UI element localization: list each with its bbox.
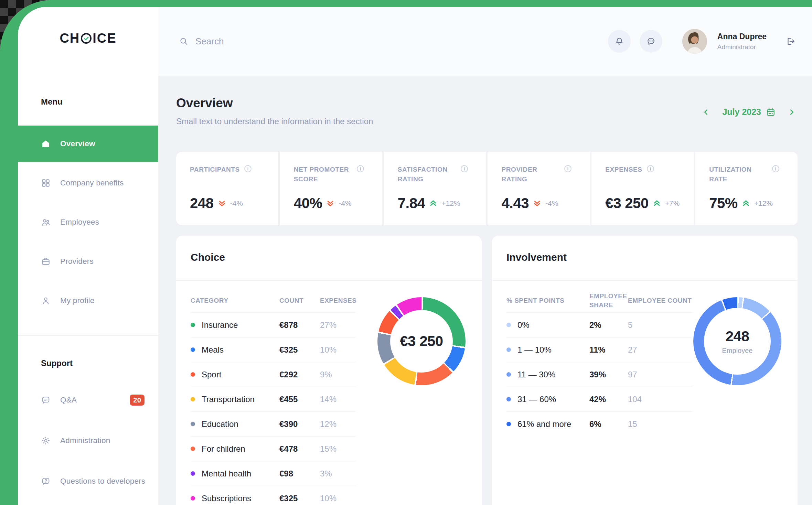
sidebar-item-employees[interactable]: Employees (18, 204, 158, 240)
row-value: €478 (279, 444, 320, 454)
row-secondary: 97 (628, 370, 692, 379)
column-header: EXPENSES (320, 296, 356, 305)
prev-month-button[interactable] (702, 108, 710, 117)
row-value: €455 (279, 395, 320, 404)
row-secondary: 5 (628, 320, 692, 330)
table-row: 0% 2% 5 (506, 312, 692, 337)
user-name: Anna Dupree (717, 32, 767, 41)
legend-dot (506, 372, 511, 377)
page-subtitle: Small text to understand the information… (176, 117, 373, 126)
table-row: Insurance €878 27% (191, 312, 356, 337)
search-bar[interactable] (179, 36, 340, 47)
row-secondary: 9% (320, 370, 356, 379)
messages-button[interactable] (640, 30, 662, 53)
avatar[interactable] (682, 29, 707, 54)
row-value: €292 (279, 370, 320, 379)
info-icon[interactable] (460, 165, 468, 173)
sidebar-item-administration[interactable]: Administration (18, 422, 158, 459)
row-label: Mental health (191, 469, 279, 479)
sidebar-item-qa[interactable]: Q&A 20 (18, 382, 158, 418)
row-value: 42% (589, 395, 628, 404)
row-label: Insurance (191, 320, 279, 330)
table-row: Subscriptions €325 10% (191, 486, 356, 505)
menu-section-label: Menu (41, 97, 63, 107)
legend-dot (191, 422, 195, 426)
info-icon[interactable] (244, 165, 252, 173)
support-section-label: Support (41, 358, 73, 368)
row-value: 6% (589, 419, 628, 429)
legend-dot (506, 422, 511, 426)
kpi-value: 75% (709, 195, 738, 212)
info-icon[interactable] (772, 165, 780, 173)
logout-button[interactable] (785, 36, 795, 46)
sidebar: CH ICE Menu Overview (18, 7, 158, 505)
kpi-delta: +12% (754, 199, 773, 207)
sidebar-item-label: Q&A (60, 396, 77, 405)
row-value: €325 (279, 345, 320, 355)
sidebar-item-providers[interactable]: Providers (18, 243, 158, 280)
logo-text-left: CH (60, 31, 80, 46)
sidebar-item-overview[interactable]: Overview (0, 126, 158, 162)
choice-donut-total: €3 250 (400, 333, 443, 350)
question-bubble-icon (41, 476, 51, 486)
row-value: 2% (589, 320, 628, 330)
involvement-card-title: Involvement (506, 251, 783, 263)
sidebar-item-label: Administration (60, 436, 110, 445)
period-label[interactable]: July 2023 (722, 107, 776, 117)
search-input[interactable] (195, 36, 340, 47)
bell-icon (615, 36, 624, 46)
next-month-button[interactable] (787, 108, 796, 117)
legend-dot (191, 471, 195, 476)
legend-dot (191, 447, 195, 451)
info-icon[interactable] (647, 165, 654, 173)
support-list: Q&A 20 Administration (18, 382, 158, 499)
row-label: 11 — 30% (506, 370, 589, 379)
table-row: 1 — 10% 11% 27 (506, 337, 692, 362)
column-header: CATEGORY (191, 296, 279, 305)
column-header: EMPLOYEE SHARE (589, 292, 628, 309)
row-value: €390 (279, 419, 320, 429)
sidebar-item-label: My profile (60, 296, 95, 305)
logo-text-right: ICE (93, 31, 116, 46)
card-divider (176, 280, 482, 281)
row-value: €878 (279, 320, 320, 330)
logo-check-icon (81, 33, 92, 44)
kpi-card-provider-rating: PROVIDER RATING 4.43 -4% (488, 152, 590, 225)
sidebar-item-my-profile[interactable]: My profile (18, 282, 158, 319)
kpi-value: 7.84 (398, 195, 425, 212)
kpi-value: €3 250 (605, 195, 648, 212)
row-value: 39% (589, 370, 628, 379)
trend-down-icon (533, 200, 541, 207)
table-row: 31 — 60% 42% 104 (506, 387, 692, 411)
search-icon (179, 36, 189, 46)
row-secondary: 15 (628, 419, 692, 429)
employees-icon (41, 217, 51, 227)
qa-chat-icon (41, 395, 51, 405)
involvement-table-header: % SPENT POINTS EMPLOYEE SHARE EMPLOYEE C… (506, 289, 692, 312)
row-label: Sport (191, 370, 279, 379)
row-label: Meals (191, 345, 279, 355)
kpi-label: EXPENSES (605, 165, 642, 174)
involvement-donut-total: 248 (726, 328, 749, 345)
sidebar-item-label: Company benefits (60, 179, 124, 187)
kpi-value: 248 (190, 195, 214, 212)
legend-dot (191, 323, 195, 327)
screen: Anna Dupree Administrator CH (0, 0, 812, 505)
notifications-button[interactable] (608, 30, 631, 53)
row-label: Subscriptions (191, 494, 279, 503)
row-secondary: 10% (320, 494, 356, 503)
row-secondary: 104 (628, 395, 692, 404)
row-label: 61% and more (506, 419, 589, 429)
sidebar-item-questions-to-developers[interactable]: Questions to developers (18, 463, 158, 499)
kpi-label: SATISFACTION RATING (398, 165, 456, 184)
sidebar-item-company-benefits[interactable]: Company benefits (18, 165, 158, 201)
kpi-card-participants: PARTICIPANTS 248 -4% (176, 152, 278, 225)
involvement-donut-chart: 248 Employee (693, 297, 781, 385)
sidebar-divider (18, 335, 158, 336)
row-label: 0% (506, 320, 589, 330)
info-icon[interactable] (564, 165, 572, 173)
kpi-delta: +7% (665, 199, 680, 207)
legend-dot (506, 323, 511, 327)
info-icon[interactable] (356, 165, 364, 173)
row-value: €325 (279, 494, 320, 503)
